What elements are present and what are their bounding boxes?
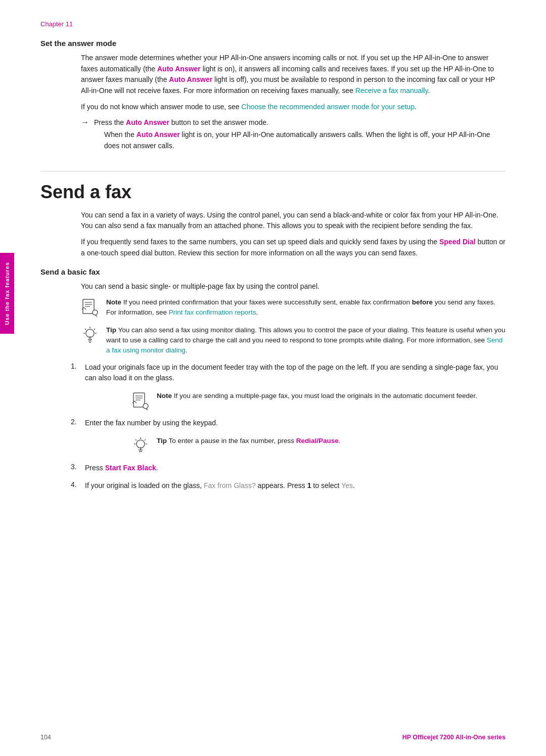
arrow-sub-text: When the Auto Answer light is on, your H… [104, 129, 506, 151]
arrow-main-text: Press the Auto Answer button to set the … [94, 117, 506, 128]
note-block-1: Note If you need printed confirmation th… [81, 297, 506, 319]
step-3: 3. Press Start Fax Black. [71, 463, 506, 474]
send-fax-para1: You can send a fax in a variety of ways.… [81, 210, 506, 232]
svg-line-8 [94, 329, 95, 330]
svg-point-5 [86, 329, 94, 337]
svg-point-19 [143, 404, 148, 409]
send-basic-fax-intro: You can send a basic single- or multiple… [81, 281, 506, 292]
svg-point-20 [136, 440, 145, 448]
svg-point-4 [93, 310, 98, 315]
step-2: 2. Enter the fax number by using the key… [71, 418, 506, 429]
step2-tip-text: Tip To enter a pause in the fax number, … [157, 436, 340, 446]
tip-text-1: Tip You can also send a fax using monito… [106, 325, 506, 356]
svg-line-7 [85, 329, 86, 330]
svg-line-23 [145, 439, 146, 440]
step1-note-block: Note If you are sending a multiple-page … [131, 391, 506, 413]
footer-product-name: HP Officejet 7200 All-in-One series [402, 734, 506, 741]
answer-mode-para2: If you do not know which answer mode to … [81, 102, 506, 113]
tip-block-1: Tip You can also send a fax using monito… [81, 325, 506, 356]
step1-note-text: Note If you are sending a multiple-page … [157, 391, 477, 401]
step2-tip-block: Tip To enter a pause in the fax number, … [131, 436, 506, 458]
answer-mode-para1: The answer mode determines whether your … [81, 53, 506, 97]
set-answer-mode-section: Set the answer mode The answer mode dete… [40, 39, 506, 157]
step3-text: Press Start Fax Black. [85, 463, 158, 474]
arrow-icon: → [81, 118, 89, 127]
send-fax-para2: If you frequently send faxes to the same… [81, 237, 506, 258]
step1-note-icon [131, 392, 151, 413]
arrow-content: Press the Auto Answer button to set the … [94, 117, 506, 156]
chapter-label: Chapter 11 [40, 20, 506, 28]
arrow-item: → Press the Auto Answer button to set th… [81, 117, 506, 156]
note-icon-1 [81, 298, 100, 319]
step2-tip-icon [131, 437, 151, 458]
set-answer-mode-heading: Set the answer mode [40, 39, 506, 48]
page: Chapter 11 Set the answer mode The answe… [0, 0, 546, 756]
step2-text: Enter the fax number by using the keypad… [85, 418, 218, 429]
svg-line-22 [135, 439, 136, 440]
receive-fax-manually-link[interactable]: Receive a fax manually [355, 86, 428, 95]
footer-page-number: 104 [40, 734, 51, 741]
tip-icon-1 [81, 326, 100, 347]
print-fax-confirmation-link[interactable]: Print fax confirmation reports [169, 308, 256, 316]
send-basic-fax-heading: Send a basic fax [40, 268, 506, 276]
footer: 104 HP Officejet 7200 All-in-One series [40, 734, 506, 741]
send-basic-fax-section: Send a basic fax You can send a basic si… [40, 268, 506, 492]
step1-text: Load your originals face up in the docum… [85, 362, 506, 384]
step-4: 4. If your original is loaded on the gla… [71, 480, 506, 492]
numbered-steps: 1. Load your originals face up in the do… [71, 362, 506, 492]
step-1: 1. Load your originals face up in the do… [71, 362, 506, 384]
choose-answer-mode-link[interactable]: Choose the recommended answer mode for y… [242, 103, 415, 111]
note-text-1: Note If you need printed confirmation th… [106, 297, 506, 318]
step4-text: If your original is loaded on the glass,… [85, 480, 355, 492]
send-a-fax-heading: Send a fax [40, 171, 506, 203]
